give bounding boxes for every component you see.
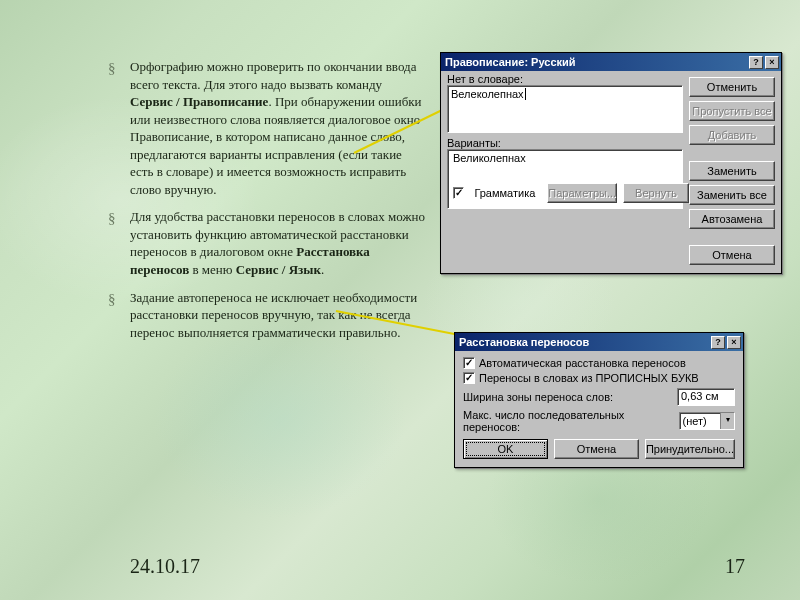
footer-page: 17 [725,555,745,578]
auto-hyphen-checkbox[interactable] [463,357,475,369]
para3: Задание автопереноса не исключает необхо… [130,290,417,340]
caps-hyphen-label: Переносы в словах из ПРОПИСНЫХ БУКВ [479,372,699,384]
spelling-title: Правописание: Русский [445,56,747,68]
undo-edit-button[interactable]: Отменить правку [689,77,775,97]
variants-label: Варианты: [447,137,683,149]
help-icon[interactable]: ? [749,56,763,69]
help-icon[interactable]: ? [711,336,725,349]
force-button[interactable]: Принудительно... [645,439,735,459]
revert-button[interactable]: Вернуть [623,183,689,203]
grammar-checkbox[interactable] [453,187,464,199]
max-label: Макс. число последовательных переносов: [463,409,679,433]
autocorrect-button[interactable]: Автозамена [689,209,775,229]
ok-button[interactable]: OK [463,439,548,459]
params-button[interactable]: Параметры... [547,183,617,203]
chevron-down-icon[interactable]: ▾ [720,413,734,429]
zone-input[interactable]: 0,63 см [677,388,735,406]
para2-d: Сервис / Язык [236,262,321,277]
para2-a: Для удобства расстановки переносов в сло… [130,209,425,259]
cancel-button[interactable]: Отмена [689,245,775,265]
grammar-label: Грамматика [474,187,535,199]
footer-date: 24.10.17 [130,555,200,578]
replace-button[interactable]: Заменить [689,161,775,181]
hyphenation-title: Расстановка переносов [459,336,709,348]
cancel-button[interactable]: Отмена [554,439,639,459]
para2-e: . [321,262,324,277]
bullet-1: Орфографию можно проверить по окончании … [108,58,428,198]
spelling-dialog: Правописание: Русский ? × Нет в словаре:… [440,52,782,274]
caps-hyphen-checkbox[interactable] [463,372,475,384]
close-icon[interactable]: × [727,336,741,349]
para1-c: . При обнаружении ошибки или неизвестног… [130,94,422,197]
max-select[interactable]: (нет) ▾ [679,412,735,430]
bullet-3: Задание автопереноса не исключает необхо… [108,289,428,342]
bullet-2: Для удобства расстановки переносов в сло… [108,208,428,278]
close-icon[interactable]: × [765,56,779,69]
misspelled-word: Велеколепнах [451,88,524,100]
auto-hyphen-label: Автоматическая расстановка переносов [479,357,686,369]
spelling-titlebar[interactable]: Правописание: Русский ? × [441,53,781,71]
para1-b: Сервис / Правописание [130,94,268,109]
not-in-dict-textbox[interactable]: Велеколепнах [447,85,683,133]
not-in-dict-label: Нет в словаре: [447,73,683,85]
hyphenation-titlebar[interactable]: Расстановка переносов ? × [455,333,743,351]
add-button[interactable]: Добавить [689,125,775,145]
para2-c: в меню [189,262,236,277]
skip-all-button[interactable]: Пропустить все [689,101,775,121]
zone-label: Ширина зоны переноса слов: [463,391,613,403]
variant-item[interactable]: Великолепнах [451,152,679,164]
hyphenation-dialog: Расстановка переносов ? × Автоматическая… [454,332,744,468]
para1-a: Орфографию можно проверить по окончании … [130,59,416,92]
replace-all-button[interactable]: Заменить все [689,185,775,205]
